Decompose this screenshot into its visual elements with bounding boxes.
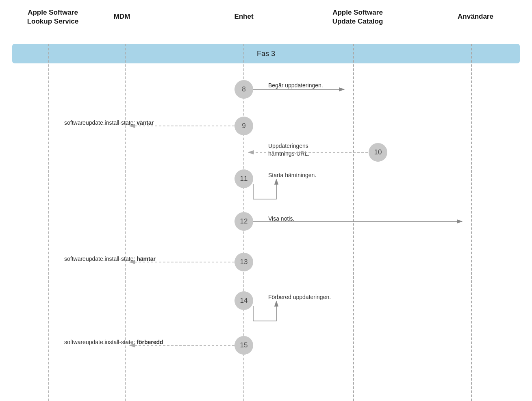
- header-catalog: Apple SoftwareUpdate Catalog: [325, 8, 390, 26]
- arrow-11-self: [253, 184, 276, 199]
- vline-mdm: [125, 44, 126, 401]
- label-13: softwareupdate.install-state: hämtar: [64, 256, 156, 262]
- label-12: Visa notis.: [268, 215, 294, 222]
- vline-anvandare: [471, 44, 472, 401]
- label-11: Starta hämtningen.: [268, 172, 316, 178]
- diagram-container: Apple SoftwareLookup Service MDM Enhet A…: [0, 0, 532, 401]
- step-10: 10: [369, 143, 387, 162]
- phase-label: Fas 3: [257, 50, 275, 58]
- header-mdm: MDM: [98, 12, 146, 21]
- step-8: 8: [235, 80, 253, 99]
- label-15: softwareupdate.install-state: förberedd: [64, 339, 163, 345]
- phase-banner: Fas 3: [12, 44, 520, 63]
- step-11: 11: [235, 169, 253, 188]
- label-8: Begär uppdateringen.: [268, 82, 323, 89]
- header-lookup: Apple SoftwareLookup Service: [20, 8, 85, 26]
- step-13: 13: [235, 253, 253, 271]
- header-anvandare: Användare: [443, 12, 508, 21]
- header-enhet: Enhet: [219, 12, 268, 21]
- step-12: 12: [235, 212, 253, 231]
- vline-lookup: [48, 44, 49, 401]
- label-14: Förbered uppdateringen.: [268, 294, 331, 300]
- header-row: Apple SoftwareLookup Service MDM Enhet A…: [0, 0, 532, 12]
- vline-catalog: [353, 44, 354, 401]
- label-9: softwareupdate.install-state: väntar: [64, 119, 154, 126]
- arrow-14-self: [253, 306, 276, 321]
- step-14: 14: [235, 291, 253, 310]
- step-9: 9: [235, 117, 253, 135]
- label-10: Uppdateringenshämtnings-URL.: [268, 142, 309, 158]
- step-15: 15: [235, 336, 253, 355]
